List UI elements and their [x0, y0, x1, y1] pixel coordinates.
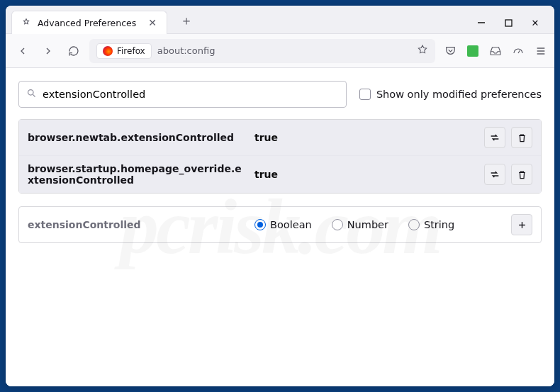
type-radio-boolean[interactable]: Boolean	[254, 219, 312, 230]
toggle-button[interactable]	[484, 127, 505, 148]
pref-row[interactable]: browser.startup.homepage_override.extens…	[19, 155, 541, 193]
firefox-logo-icon	[103, 46, 113, 56]
new-pref-name: extensionControlled	[28, 219, 247, 230]
add-pref-button[interactable]	[511, 214, 532, 235]
tab-title: Advanced Preferences	[38, 18, 141, 28]
delete-button[interactable]	[511, 127, 532, 148]
radio-icon	[332, 219, 343, 230]
menu-icon[interactable]	[534, 45, 547, 57]
back-button[interactable]	[13, 41, 33, 61]
url-origin-label: Firefox	[117, 46, 145, 56]
type-label: Number	[347, 219, 388, 230]
pref-search-box[interactable]	[18, 81, 347, 108]
svg-point-5	[28, 90, 34, 96]
toggle-button[interactable]	[484, 164, 505, 185]
pref-name: browser.startup.homepage_override.extens…	[28, 163, 247, 186]
extension-icon[interactable]	[466, 45, 479, 57]
svg-line-6	[33, 94, 35, 96]
minimize-button[interactable]	[476, 18, 486, 28]
new-pref-row: extensionControlled Boolean Number Strin…	[19, 207, 541, 242]
inbox-icon[interactable]	[489, 45, 502, 57]
type-label: String	[424, 219, 454, 230]
type-radio-string[interactable]: String	[408, 219, 454, 230]
search-icon	[26, 88, 37, 101]
new-tab-button[interactable]: ＋	[173, 8, 200, 33]
nav-toolbar: Firefox about:config	[6, 34, 554, 68]
pref-value: true	[254, 132, 477, 143]
svg-rect-1	[505, 20, 512, 26]
close-tab-icon[interactable]: ✕	[147, 17, 158, 28]
type-radio-number[interactable]: Number	[332, 219, 388, 230]
show-modified-label: Show only modified preferences	[376, 89, 542, 100]
pref-name: browser.newtab.extensionControlled	[28, 132, 247, 143]
maximize-button[interactable]	[503, 18, 513, 28]
type-label: Boolean	[270, 219, 312, 230]
delete-button[interactable]	[511, 164, 532, 185]
url-bar[interactable]: Firefox about:config	[89, 39, 435, 63]
tab-favicon	[21, 17, 32, 28]
pref-search-input[interactable]	[43, 89, 339, 100]
new-pref-box: extensionControlled Boolean Number Strin…	[18, 206, 542, 243]
pref-row[interactable]: browser.newtab.extensionControlled true	[19, 120, 541, 155]
prefs-list: browser.newtab.extensionControlled true …	[18, 119, 542, 194]
url-text: about:config	[157, 45, 215, 56]
forward-button[interactable]	[38, 41, 58, 61]
radio-icon	[254, 219, 266, 230]
tab-advanced-preferences[interactable]: Advanced Preferences ✕	[11, 11, 167, 34]
content-area: pcrisk.com Show only modified preference…	[6, 68, 554, 386]
pref-value: true	[254, 169, 477, 180]
url-origin-badge: Firefox	[96, 43, 152, 59]
show-modified-checkbox[interactable]: Show only modified preferences	[359, 89, 542, 100]
pocket-icon[interactable]	[444, 45, 457, 57]
tab-bar: Advanced Preferences ✕ ＋ ✕	[6, 6, 554, 34]
reload-button[interactable]	[64, 41, 84, 61]
bookmark-star-icon[interactable]	[417, 44, 428, 57]
performance-icon[interactable]	[512, 45, 525, 57]
radio-icon	[408, 219, 420, 230]
checkbox-icon	[359, 89, 371, 100]
close-window-button[interactable]: ✕	[530, 18, 540, 28]
